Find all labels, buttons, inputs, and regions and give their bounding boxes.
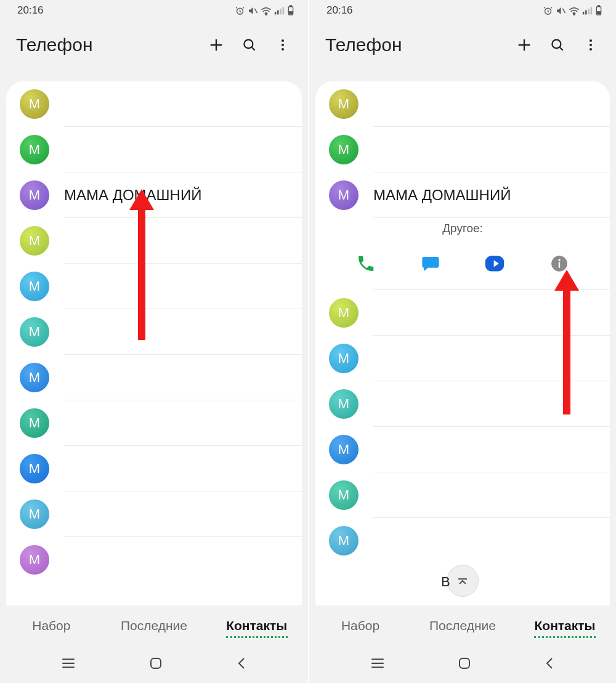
svg-rect-9: [290, 12, 293, 14]
contact-row[interactable]: M: [315, 336, 610, 381]
svg-point-11: [282, 39, 284, 42]
avatar: M: [329, 344, 359, 373]
contact-name: МАМА ДОМАШНИЙ: [373, 187, 511, 204]
message-button[interactable]: [416, 249, 445, 278]
svg-rect-38: [559, 262, 560, 268]
avatar: M: [329, 435, 359, 464]
scroll-top-button[interactable]: В: [447, 565, 479, 597]
contact-row[interactable]: M: [6, 400, 302, 445]
avatar: M: [20, 499, 49, 529]
add-button[interactable]: [200, 28, 233, 62]
status-bar: 20:16: [309, 0, 616, 21]
avatar: M: [20, 180, 49, 210]
avatar: M: [329, 526, 359, 556]
contact-row[interactable]: M: [6, 218, 302, 263]
battery-icon: [595, 5, 602, 16]
nav-home[interactable]: [148, 656, 163, 673]
contact-row[interactable]: M: [6, 264, 302, 309]
phone-screen-right: 20:16 Телефон MMMМАМА ДОМАШНИЙДругое:: [308, 0, 616, 683]
app-header: Телефон: [309, 21, 616, 69]
svg-rect-24: [583, 12, 585, 14]
search-button[interactable]: [233, 28, 266, 62]
contacts-list[interactable]: MMMМАМА ДОМАШНИЙДругое: MMMMMM В: [315, 81, 610, 605]
tab-dial[interactable]: Набор: [0, 618, 103, 633]
tab-recent[interactable]: Последние: [103, 618, 206, 633]
status-bar: 20:16: [0, 0, 308, 21]
status-time: 20:16: [326, 4, 353, 17]
avatar: M: [329, 480, 359, 510]
chat-icon: [420, 254, 441, 273]
svg-point-39: [558, 259, 560, 261]
avatar: M: [20, 408, 49, 438]
tab-contacts[interactable]: Контакты: [205, 618, 308, 633]
search-icon: [549, 37, 565, 53]
contact-row[interactable]: M: [6, 81, 302, 126]
svg-rect-29: [598, 6, 600, 7]
info-button[interactable]: [545, 249, 574, 278]
video-call-button[interactable]: [480, 249, 509, 278]
nav-recents[interactable]: [60, 657, 76, 672]
contact-row[interactable]: MМАМА ДОМАШНИЙ: [315, 172, 610, 217]
call-button[interactable]: [351, 249, 381, 278]
recents-icon: [60, 657, 76, 669]
svg-point-32: [590, 39, 592, 42]
more-button[interactable]: [574, 28, 607, 62]
system-nav: [0, 646, 308, 683]
page-title: Телефон: [16, 34, 200, 55]
svg-point-13: [282, 48, 284, 51]
contact-row[interactable]: MМАМА ДОМАШНИЙ: [6, 172, 302, 217]
back-icon: [235, 656, 248, 671]
svg-rect-4: [277, 10, 279, 14]
avatar: M: [20, 226, 49, 256]
nav-back[interactable]: [235, 656, 248, 673]
nav-recents[interactable]: [370, 657, 386, 672]
contact-row[interactable]: M: [6, 355, 302, 400]
svg-rect-6: [283, 7, 285, 14]
contact-row[interactable]: M: [315, 81, 610, 126]
expanded-label: Другое:: [315, 222, 610, 235]
svg-rect-8: [290, 6, 292, 7]
nav-back[interactable]: [543, 656, 556, 673]
avatar: M: [329, 135, 359, 164]
contact-row[interactable]: M: [6, 491, 302, 536]
nav-home[interactable]: [457, 656, 472, 673]
tab-recent[interactable]: Последние: [411, 618, 514, 633]
search-button[interactable]: [541, 28, 574, 62]
contact-row[interactable]: M: [6, 446, 302, 491]
contact-row[interactable]: M: [315, 381, 610, 426]
svg-point-2: [265, 14, 267, 15]
contact-row[interactable]: M: [315, 518, 610, 563]
contact-expanded-panel: Другое:: [315, 218, 610, 289]
contact-row[interactable]: M: [6, 309, 302, 354]
contact-row[interactable]: M: [315, 427, 610, 472]
contact-row[interactable]: M: [6, 537, 302, 582]
svg-point-23: [573, 14, 575, 15]
contact-row[interactable]: M: [315, 472, 610, 517]
recents-icon: [370, 657, 386, 669]
contacts-list[interactable]: MMMМАМА ДОМАШНИЙMMMMMMMM: [6, 81, 302, 605]
tab-dial[interactable]: Набор: [309, 618, 411, 633]
phone-screen-left: 20:16 Телефон MMMМАМА ДОМАШНИЙMMMMMMMM: [0, 0, 308, 683]
avatar: M: [329, 180, 359, 210]
avatar: M: [20, 89, 49, 119]
svg-point-12: [282, 44, 284, 46]
svg-rect-45: [460, 658, 469, 668]
contact-row[interactable]: M: [6, 127, 302, 172]
avatar: M: [329, 89, 359, 119]
svg-rect-3: [275, 12, 277, 14]
contact-actions: [315, 249, 610, 278]
more-vert-icon: [275, 38, 290, 52]
more-button[interactable]: [266, 28, 299, 62]
plus-icon: [208, 36, 225, 54]
svg-point-34: [590, 48, 592, 51]
contact-row[interactable]: M: [315, 127, 610, 172]
info-icon: [551, 255, 568, 272]
contact-row[interactable]: M: [315, 290, 610, 335]
page-title: Телефон: [325, 34, 508, 55]
svg-rect-30: [598, 12, 601, 14]
tab-contacts[interactable]: Контакты: [514, 618, 616, 633]
add-button[interactable]: [508, 28, 541, 62]
duo-icon: [484, 254, 506, 273]
wifi-icon: [569, 6, 580, 15]
svg-point-31: [552, 39, 561, 48]
